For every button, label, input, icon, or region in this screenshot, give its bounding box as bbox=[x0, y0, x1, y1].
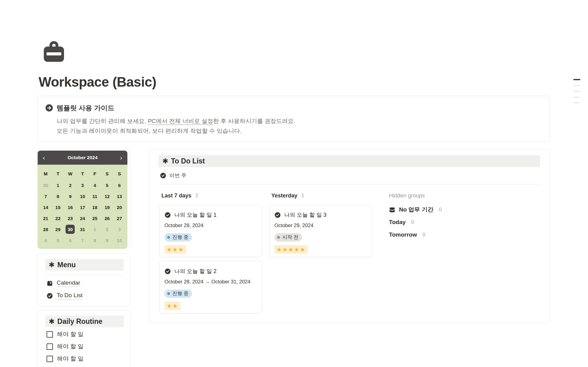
calendar-day-number: 15 bbox=[55, 205, 61, 210]
checkbox[interactable] bbox=[47, 356, 53, 362]
calendar-day[interactable]: 9 bbox=[64, 191, 76, 202]
toc-line[interactable] bbox=[573, 79, 580, 80]
calendar-day[interactable]: 24 bbox=[76, 213, 89, 224]
task-date: October 28, 2024 bbox=[164, 223, 257, 229]
calendar-day-number: 25 bbox=[92, 216, 97, 221]
calendar-day[interactable]: 30 bbox=[40, 180, 52, 191]
calendar-day[interactable]: 1 bbox=[89, 224, 101, 235]
status-badge: 진행 중 bbox=[164, 233, 192, 242]
calendar-day[interactable]: 13 bbox=[113, 191, 126, 202]
inbox-tray-icon bbox=[389, 207, 395, 213]
calendar-day[interactable]: 7 bbox=[76, 235, 89, 246]
calendar-day[interactable]: 11 bbox=[89, 191, 101, 202]
task-card[interactable]: 나의 오늘 할 일 3October 29, 2024시작 전★★★★★ bbox=[269, 204, 372, 257]
checkbox[interactable] bbox=[47, 343, 53, 350]
calendar-day[interactable]: 30 bbox=[64, 224, 76, 235]
calendar-day[interactable]: 20 bbox=[113, 202, 126, 213]
task-card-title-row: 나의 오늘 할 일 1 bbox=[164, 205, 257, 219]
menu-item-calendar[interactable]: Calendar bbox=[47, 279, 82, 287]
calendar-day[interactable]: 27 bbox=[113, 213, 126, 224]
hidden-groups-label: Hidden groups bbox=[388, 191, 516, 200]
toc-line[interactable] bbox=[573, 103, 580, 103]
task-status-row: 시작 전 bbox=[274, 229, 367, 242]
calendar-day[interactable]: 15 bbox=[52, 202, 64, 213]
hidden-group-tomorrow[interactable]: Tomorrow0 bbox=[388, 230, 516, 239]
calendar-day-number: 14 bbox=[43, 205, 48, 210]
check-circle-icon bbox=[164, 212, 171, 218]
toc-line[interactable] bbox=[573, 97, 580, 98]
calendar-day[interactable]: 3 bbox=[113, 224, 126, 235]
view-tab-this-week[interactable]: 이번 주 bbox=[160, 171, 187, 179]
briefcase-icon[interactable] bbox=[42, 40, 66, 63]
hidden-group-no-업무-기간[interactable]: No 업무 기간0 bbox=[388, 205, 516, 214]
calendar-day-header: S bbox=[101, 167, 113, 180]
calendar-day[interactable]: 8 bbox=[89, 235, 101, 246]
status-label: 시작 전 bbox=[282, 234, 298, 241]
calendar-day[interactable]: 17 bbox=[76, 202, 89, 213]
calendar-day[interactable]: 7 bbox=[40, 191, 52, 202]
calendar-day[interactable]: 31 bbox=[76, 224, 89, 235]
menu-item-label: Calendar bbox=[57, 279, 80, 287]
calendar-day-number: 9 bbox=[106, 238, 108, 243]
calendar-day[interactable]: 4 bbox=[89, 180, 101, 191]
calendar-day[interactable]: 29 bbox=[52, 224, 64, 235]
calendar-next-button[interactable]: › bbox=[120, 155, 122, 161]
calendar-day-number: 7 bbox=[81, 238, 84, 243]
status-badge: 시작 전 bbox=[274, 233, 302, 242]
calendar-day[interactable]: 28 bbox=[40, 224, 52, 235]
calendar-day[interactable]: 12 bbox=[101, 191, 113, 202]
calendar-day[interactable]: 8 bbox=[52, 191, 64, 202]
calendar-day[interactable]: 6 bbox=[113, 180, 126, 191]
hidden-group-today[interactable]: Today0 bbox=[388, 218, 516, 227]
calendar-day[interactable]: 2 bbox=[64, 180, 76, 191]
template-guide-callout: 템플릿 사용 가이드 나의 업무를 간단히 관리해 보세요. PC에서 전체 너… bbox=[37, 96, 550, 142]
status-dot bbox=[277, 236, 280, 239]
calendar-day[interactable]: 9 bbox=[101, 235, 113, 246]
calendar-day-header: F bbox=[89, 167, 101, 180]
hidden-group-label: Tomorrow bbox=[389, 231, 417, 238]
calendar-day-number: 8 bbox=[57, 194, 59, 199]
calendar-day[interactable]: 21 bbox=[40, 213, 52, 224]
calendar-day[interactable]: 14 bbox=[40, 202, 52, 213]
task-card[interactable]: 나의 오늘 할 일 2October 28, 2024 → October 31… bbox=[159, 261, 262, 313]
todo-label: 해야 할 일 bbox=[57, 343, 84, 350]
calendar-prev-button[interactable]: ‹ bbox=[43, 155, 45, 161]
calendar-day[interactable]: 26 bbox=[101, 213, 113, 224]
calendar-day[interactable]: 1 bbox=[52, 180, 64, 191]
calendar-day[interactable]: 19 bbox=[101, 202, 113, 213]
column-count: 1 bbox=[301, 193, 304, 199]
calendar-day[interactable]: 3 bbox=[76, 180, 89, 191]
checkbox[interactable] bbox=[47, 331, 53, 338]
calendar-day[interactable]: 22 bbox=[52, 213, 64, 224]
todo-board: ✱ To Do List 이번 주 Last 7 days2나의 오늘 할 일 … bbox=[149, 149, 550, 324]
calendar-day[interactable]: 10 bbox=[76, 191, 89, 202]
task-title: 나의 오늘 할 일 2 bbox=[174, 268, 217, 275]
column-header[interactable]: Yesterday1 bbox=[269, 191, 372, 200]
toc-line[interactable] bbox=[573, 85, 580, 86]
task-card[interactable]: 나의 오늘 할 일 1October 28, 2024진행 중★★★ bbox=[159, 204, 262, 257]
calendar-day[interactable]: 23 bbox=[64, 213, 76, 224]
todo-label: 해야 할 일 bbox=[57, 330, 84, 338]
menu-items: CalendarTo Do List bbox=[47, 279, 82, 304]
calendar-day[interactable]: 10 bbox=[113, 235, 126, 246]
view-label: 이번 주 bbox=[169, 172, 187, 179]
menu-item-to-do-list[interactable]: To Do List bbox=[47, 291, 82, 300]
star-rating: ★★★★★ bbox=[274, 245, 308, 254]
calendar-day[interactable]: 5 bbox=[52, 235, 64, 246]
calendar-day[interactable]: 18 bbox=[89, 202, 101, 213]
callout-text: 한 후 사용하시기를 권장드려요. bbox=[213, 118, 295, 124]
table-of-contents-indicator bbox=[573, 79, 581, 108]
status-badge: 진행 중 bbox=[164, 290, 192, 298]
calendar-day[interactable]: 16 bbox=[64, 202, 76, 213]
hidden-groups-column: Hidden groupsNo 업무 기간0Today0Tomorrow0 bbox=[388, 191, 516, 243]
calendar-day[interactable]: 4 bbox=[40, 235, 52, 246]
calendar-day[interactable]: 5 bbox=[101, 180, 113, 191]
check-circle-icon bbox=[274, 212, 281, 218]
calendar-day-number: 1 bbox=[57, 183, 59, 188]
notion-page: Workspace (Basic) 템플릿 사용 가이드 나의 업무를 간단히 … bbox=[0, 0, 588, 367]
calendar-day[interactable]: 6 bbox=[64, 235, 76, 246]
toc-line[interactable] bbox=[573, 91, 580, 92]
calendar-day[interactable]: 2 bbox=[101, 224, 113, 235]
column-header[interactable]: Last 7 days2 bbox=[159, 191, 262, 200]
calendar-day[interactable]: 25 bbox=[89, 213, 101, 224]
